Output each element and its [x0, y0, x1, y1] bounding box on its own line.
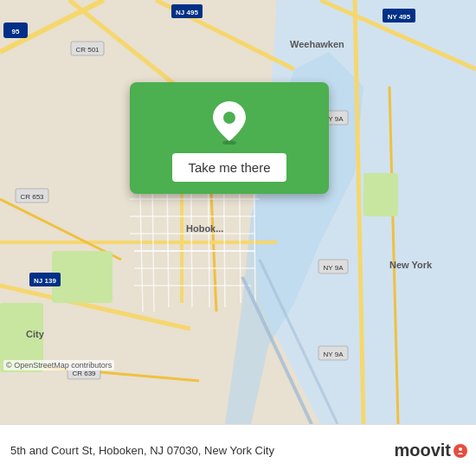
svg-text:CR 639: CR 639: [72, 370, 96, 377]
svg-text:New York: New York: [389, 260, 433, 270]
svg-text:NY 495: NY 495: [388, 13, 411, 21]
svg-text:NJ 139: NJ 139: [34, 277, 56, 285]
map-pin-icon: [210, 100, 248, 145]
bottom-bar: 5th and Court St, Hoboken, NJ 07030, New…: [0, 424, 476, 476]
svg-point-63: [223, 112, 235, 124]
svg-text:City: City: [26, 329, 45, 339]
app: 95 NJ 495 CR 501 CR 653 NJ 139 CR 639 NY…: [0, 0, 476, 476]
svg-text:Hobok...: Hobok...: [186, 223, 223, 234]
svg-text:95: 95: [12, 28, 20, 35]
moovit-logo: moovit: [394, 441, 467, 460]
svg-text:NJ 495: NJ 495: [176, 9, 198, 16]
location-card: Take me there: [130, 82, 329, 194]
svg-point-64: [459, 447, 462, 451]
svg-text:CR 501: CR 501: [75, 46, 100, 54]
svg-rect-35: [363, 173, 398, 216]
moovit-text: moovit: [394, 441, 451, 460]
take-me-there-button[interactable]: Take me there: [172, 153, 286, 182]
svg-text:Weehawken: Weehawken: [290, 39, 344, 49]
map-container: 95 NJ 495 CR 501 CR 653 NJ 139 CR 639 NY…: [0, 0, 476, 424]
svg-rect-33: [52, 251, 113, 303]
svg-text:NY 9A: NY 9A: [324, 264, 344, 272]
moovit-dot-icon: [453, 444, 467, 458]
osm-credit: © OpenStreetMap contributors: [3, 360, 114, 370]
address-text: 5th and Court St, Hoboken, NJ 07030, New…: [10, 444, 389, 457]
svg-text:NY 9A: NY 9A: [324, 351, 344, 358]
svg-text:CR 653: CR 653: [20, 193, 44, 201]
